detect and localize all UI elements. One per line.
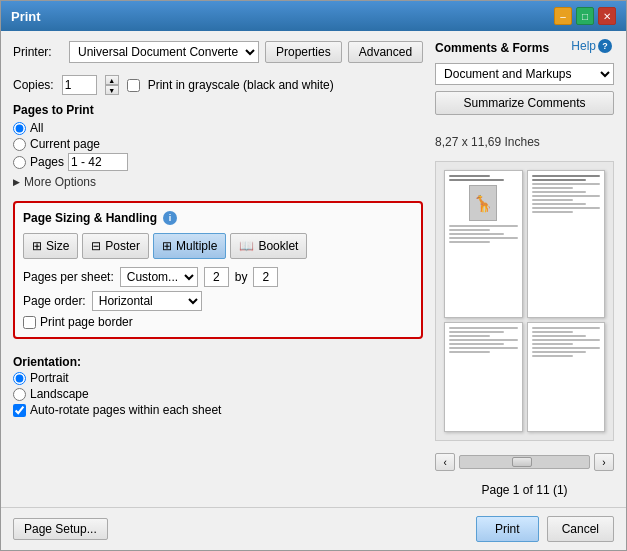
multiple-button[interactable]: ⊞ Multiple <box>153 233 226 259</box>
booklet-button[interactable]: 📖 Booklet <box>230 233 307 259</box>
dialog-title: Print <box>11 9 41 24</box>
size-icon: ⊞ <box>32 239 42 253</box>
print-border-label: Print page border <box>40 315 133 329</box>
scroll-left-button[interactable]: ‹ <box>435 453 455 471</box>
current-page-row: Current page <box>13 137 423 151</box>
left-panel: Printer: Universal Document Converter Pr… <box>13 41 423 497</box>
poster-button[interactable]: ⊟ Poster <box>82 233 149 259</box>
size-button[interactable]: ⊞ Size <box>23 233 78 259</box>
maximize-button[interactable]: □ <box>576 7 594 25</box>
rows-input[interactable] <box>204 267 229 287</box>
page-order-label: Page order: <box>23 294 86 308</box>
action-buttons: Print Cancel <box>476 516 614 542</box>
preview-page-lines-3 <box>445 323 521 431</box>
minimize-button[interactable]: – <box>554 7 572 25</box>
preview-page-lines-1: 🦒 <box>445 171 521 317</box>
copies-label: Copies: <box>13 78 54 92</box>
booklet-icon: 📖 <box>239 239 254 253</box>
page-sizing-section: Page Sizing & Handling i ⊞ Size ⊟ Poster… <box>13 201 423 339</box>
preview-page-lines-4 <box>528 323 604 431</box>
copies-input[interactable] <box>62 75 97 95</box>
copies-row: Copies: ▲ ▼ Print in grayscale (black an… <box>13 75 423 95</box>
pages-section-label: Pages to Print <box>13 103 423 117</box>
printer-select[interactable]: Universal Document Converter <box>69 41 259 63</box>
more-options-label: More Options <box>24 175 96 189</box>
pages-radio[interactable] <box>13 156 26 169</box>
grayscale-label: Print in grayscale (black and white) <box>148 78 334 92</box>
print-dialog: Print – □ ✕ Help ? Printer: Universal Do… <box>0 0 627 551</box>
poster-label: Poster <box>105 239 140 253</box>
comments-select[interactable]: Document and Markups <box>435 63 614 85</box>
title-bar: Print – □ ✕ <box>1 1 626 31</box>
dialog-body: Printer: Universal Document Converter Pr… <box>1 31 626 507</box>
scroll-thumb[interactable] <box>512 457 532 467</box>
printer-row: Printer: Universal Document Converter Pr… <box>13 41 423 63</box>
pages-input[interactable] <box>68 153 128 171</box>
grayscale-checkbox[interactable] <box>127 79 140 92</box>
page-order-select[interactable]: Horizontal <box>92 291 202 311</box>
scroll-right-button[interactable]: › <box>594 453 614 471</box>
sizing-info-icon[interactable]: i <box>163 211 177 225</box>
auto-rotate-label: Auto-rotate pages within each sheet <box>30 403 221 417</box>
all-label: All <box>30 121 43 135</box>
mode-buttons: ⊞ Size ⊟ Poster ⊞ Multiple 📖 Booklet <box>23 233 413 259</box>
preview-page-lines-2 <box>528 171 604 317</box>
portrait-label: Portrait <box>30 371 69 385</box>
portrait-row: Portrait <box>13 371 423 385</box>
sizing-title-row: Page Sizing & Handling i <box>23 211 413 225</box>
multiple-label: Multiple <box>176 239 217 253</box>
page-setup-button[interactable]: Page Setup... <box>13 518 108 540</box>
page-figure: 🦒 <box>469 185 497 221</box>
landscape-label: Landscape <box>30 387 89 401</box>
pages-per-sheet-label: Pages per sheet: <box>23 270 114 284</box>
scroll-track[interactable] <box>459 455 590 469</box>
by-label: by <box>235 270 248 284</box>
pages-per-sheet-row: Pages per sheet: Custom... by <box>23 267 413 287</box>
copies-spinner: ▲ ▼ <box>105 75 119 95</box>
preview-page-4 <box>527 322 605 432</box>
sizing-title: Page Sizing & Handling <box>23 211 157 225</box>
help-link[interactable]: Help ? <box>571 39 612 53</box>
page-indicator: Page 1 of 11 (1) <box>435 483 614 497</box>
page-order-row: Page order: Horizontal <box>23 291 413 311</box>
properties-button[interactable]: Properties <box>265 41 342 63</box>
more-options-triangle: ▶ <box>13 177 20 187</box>
auto-rotate-checkbox[interactable] <box>13 404 26 417</box>
printer-label: Printer: <box>13 45 63 59</box>
auto-rotate-row: Auto-rotate pages within each sheet <box>13 403 423 417</box>
cancel-button[interactable]: Cancel <box>547 516 614 542</box>
preview-area: 🦒 <box>435 161 614 441</box>
cols-input[interactable] <box>253 267 278 287</box>
print-button[interactable]: Print <box>476 516 539 542</box>
poster-icon: ⊟ <box>91 239 101 253</box>
preview-page-1: 🦒 <box>444 170 522 318</box>
all-pages-row: All <box>13 121 423 135</box>
summarize-button[interactable]: Summarize Comments <box>435 91 614 115</box>
pages-range-row: Pages <box>13 153 423 171</box>
preview-page-3 <box>444 322 522 432</box>
pages-per-sheet-select[interactable]: Custom... <box>120 267 198 287</box>
title-bar-controls: – □ ✕ <box>554 7 616 25</box>
all-radio[interactable] <box>13 122 26 135</box>
print-border-checkbox[interactable] <box>23 316 36 329</box>
preview-pages: 🦒 <box>436 162 613 440</box>
portrait-radio[interactable] <box>13 372 26 385</box>
current-radio[interactable] <box>13 138 26 151</box>
size-label: Size <box>46 239 69 253</box>
booklet-label: Booklet <box>258 239 298 253</box>
orientation-label: Orientation: <box>13 355 81 369</box>
landscape-radio[interactable] <box>13 388 26 401</box>
multiple-icon: ⊞ <box>162 239 172 253</box>
orientation-section: Orientation: Portrait Landscape Auto-rot… <box>13 355 423 419</box>
help-icon: ? <box>598 39 612 53</box>
copies-up[interactable]: ▲ <box>105 75 119 85</box>
print-border-row: Print page border <box>23 315 413 329</box>
copies-down[interactable]: ▼ <box>105 85 119 95</box>
more-options-row[interactable]: ▶ More Options <box>13 175 423 189</box>
pages-to-print-section: Pages to Print All Current page Pages ▶ … <box>13 103 423 189</box>
close-button[interactable]: ✕ <box>598 7 616 25</box>
current-label: Current page <box>30 137 100 151</box>
scroll-area: ‹ › <box>435 453 614 471</box>
help-label: Help <box>571 39 596 53</box>
advanced-button[interactable]: Advanced <box>348 41 423 63</box>
